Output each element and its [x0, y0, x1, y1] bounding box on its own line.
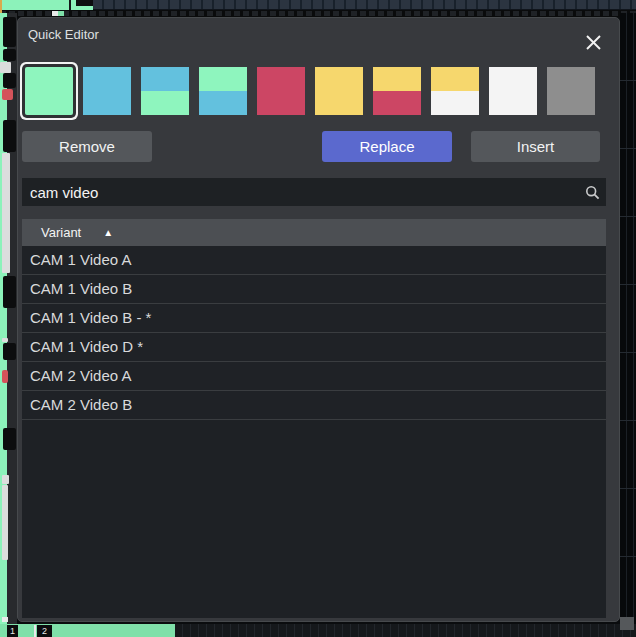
variant-column-header[interactable]: Variant ▲: [22, 219, 606, 246]
color-swatch-white[interactable]: [489, 67, 537, 115]
scrollbar-corner: [620, 617, 634, 630]
replace-button[interactable]: Replace: [322, 131, 452, 162]
clip-block: [3, 428, 16, 450]
swatch-row: [25, 67, 595, 115]
variant-row[interactable]: CAM 1 Video D *: [22, 333, 606, 362]
scroll-handle-green: [58, 11, 64, 16]
clip-block: [3, 17, 16, 47]
top-clip-divider: [69, 0, 71, 10]
bottom-marker-2: 2: [37, 625, 52, 637]
clip-handle: [0, 62, 11, 73]
white-clip-bar: [2, 485, 8, 560]
timeline-right-edge: [620, 13, 636, 624]
clip-block: [3, 343, 16, 360]
clip-handle: [2, 475, 9, 484]
bottom-left-handle: [2, 617, 8, 622]
close-button[interactable]: [582, 31, 604, 53]
variant-list: CAM 1 Video ACAM 1 Video BCAM 1 Video B …: [22, 246, 606, 618]
search-box: [22, 178, 606, 206]
variant-header-label: Variant: [22, 225, 81, 240]
clip-block: [3, 276, 16, 308]
timeline-ruler: [93, 0, 636, 10]
color-swatch-yellow[interactable]: [315, 67, 363, 115]
search-input[interactable]: [22, 178, 578, 206]
record-clip: [2, 89, 13, 100]
white-clip-bar: [2, 153, 10, 273]
clip-block: [3, 73, 16, 88]
variant-row[interactable]: CAM 1 Video A: [22, 246, 606, 275]
color-swatch-blue[interactable]: [83, 67, 131, 115]
bottom-marker-divider: [34, 625, 36, 637]
bottom-marker-1: 1: [7, 625, 18, 637]
top-clip-label-box: [76, 0, 93, 6]
clip-handle: [2, 338, 8, 342]
dialog-title: Quick Editor: [28, 27, 99, 42]
clip-block: [3, 120, 16, 152]
color-swatch-green[interactable]: [25, 67, 73, 115]
color-swatch-red[interactable]: [257, 67, 305, 115]
color-swatch-gray[interactable]: [547, 67, 595, 115]
close-icon: [584, 33, 603, 52]
search-icon[interactable]: [578, 185, 606, 200]
timeline-tick-pattern: [0, 11, 636, 16]
color-swatch-yellow-red[interactable]: [373, 67, 421, 115]
clip-block: [3, 49, 16, 61]
bottom-green-clip: [0, 624, 175, 637]
variant-row[interactable]: CAM 1 Video B: [22, 275, 606, 304]
timeline-tick-band: [0, 10, 636, 17]
record-clip: [2, 370, 8, 383]
variant-row[interactable]: CAM 1 Video B - *: [22, 304, 606, 333]
bottom-tick-pattern: [175, 624, 636, 637]
bottom-track-lane: 1 2: [0, 624, 636, 637]
insert-button[interactable]: Insert: [471, 131, 600, 162]
track-list-edge: [0, 13, 17, 624]
variant-row[interactable]: CAM 2 Video A: [22, 362, 606, 391]
quick-editor-dialog: Quick Editor Remove Replace Insert Varia…: [17, 17, 620, 622]
remove-button[interactable]: Remove: [22, 131, 152, 162]
sort-ascending-icon: ▲: [103, 227, 113, 238]
color-swatch-blue-green[interactable]: [141, 67, 189, 115]
color-swatch-green-blue[interactable]: [199, 67, 247, 115]
variant-row[interactable]: CAM 2 Video B: [22, 391, 606, 420]
color-swatch-yellow-white[interactable]: [431, 67, 479, 115]
